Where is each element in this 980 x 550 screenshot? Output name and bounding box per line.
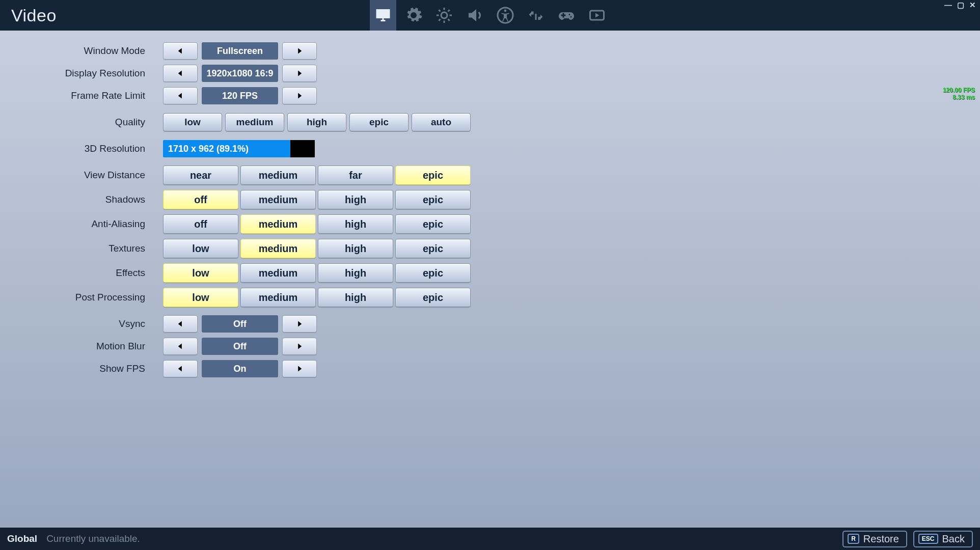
quality-auto[interactable]: auto: [412, 113, 471, 131]
post-processing-high[interactable]: high: [318, 288, 393, 307]
post-processing-low[interactable]: low: [163, 288, 238, 307]
quality-medium[interactable]: medium: [225, 113, 284, 131]
footer: Global Currently unavailable. R Restore …: [0, 528, 980, 550]
brightness-icon: [435, 6, 453, 24]
post-processing-epic[interactable]: epic: [395, 288, 471, 307]
effects-high[interactable]: high: [318, 263, 393, 283]
shadows-high[interactable]: high: [318, 190, 393, 209]
vsync-value: Off: [202, 315, 278, 333]
label-frame-rate-limit: Frame Rate Limit: [0, 90, 155, 101]
shadows-epic[interactable]: epic: [395, 190, 471, 209]
label-view-distance: View Distance: [0, 170, 155, 181]
quality-epic[interactable]: epic: [349, 113, 409, 131]
shadows-off[interactable]: off: [163, 190, 238, 209]
row-motion-blur: Motion Blur Off: [0, 337, 980, 355]
motion-blur-prev[interactable]: [163, 338, 198, 355]
triangle-right-icon: [296, 70, 303, 77]
footer-global: Global: [7, 533, 37, 544]
effects-epic[interactable]: epic: [395, 263, 471, 283]
row-view-distance: View Distance near medium far epic: [0, 165, 980, 185]
quality-high[interactable]: high: [287, 113, 346, 131]
triangle-left-icon: [177, 320, 184, 327]
display-resolution-value: 1920x1080 16:9: [202, 65, 278, 82]
aa-high[interactable]: high: [318, 214, 393, 234]
tab-replay[interactable]: [584, 0, 610, 31]
frame-rate-value: 120 FPS: [202, 87, 278, 104]
row-frame-rate-limit: Frame Rate Limit 120 FPS: [0, 87, 980, 105]
shadows-medium[interactable]: medium: [240, 190, 316, 209]
post-processing-medium[interactable]: medium: [240, 288, 316, 307]
triangle-left-icon: [177, 343, 184, 350]
effects-low[interactable]: low: [163, 263, 238, 283]
window-maximize[interactable]: ▢: [957, 1, 964, 9]
window-close[interactable]: ✕: [969, 1, 976, 9]
tab-settings[interactable]: [400, 0, 427, 31]
label-effects: Effects: [0, 267, 155, 279]
accessibility-icon: [496, 6, 514, 24]
aa-off[interactable]: off: [163, 214, 238, 234]
tab-display[interactable]: [370, 0, 396, 31]
motion-blur-next[interactable]: [282, 338, 317, 355]
label-3d-resolution: 3D Resolution: [0, 143, 155, 154]
restore-button[interactable]: R Restore: [842, 531, 907, 547]
key-esc: ESC: [918, 534, 938, 544]
aa-epic[interactable]: epic: [395, 214, 471, 234]
fps-overlay: 120.00 FPS 8.33 ms: [943, 87, 975, 101]
svg-line-6: [448, 19, 450, 21]
label-vsync: Vsync: [0, 318, 155, 329]
tab-controller[interactable]: [553, 0, 580, 31]
textures-epic[interactable]: epic: [395, 239, 471, 258]
display-resolution-next[interactable]: [282, 65, 317, 82]
monitor-icon: [374, 6, 392, 24]
view-distance-epic[interactable]: epic: [395, 166, 471, 185]
svg-line-7: [439, 19, 440, 21]
back-button[interactable]: ESC Back: [913, 531, 973, 547]
triangle-left-icon: [177, 92, 184, 99]
3d-resolution-slider[interactable]: 1710 x 962 (89.1%): [163, 140, 315, 158]
display-resolution-prev[interactable]: [163, 65, 198, 82]
window-mode-prev[interactable]: [163, 42, 198, 60]
show-fps-prev[interactable]: [163, 360, 198, 377]
tab-accessibility[interactable]: [492, 0, 519, 31]
row-window-mode: Window Mode Fullscreen: [0, 42, 980, 60]
row-anti-aliasing: Anti-Aliasing off medium high epic: [0, 214, 980, 234]
view-distance-near[interactable]: near: [163, 166, 238, 185]
view-distance-medium[interactable]: medium: [240, 166, 316, 185]
row-display-resolution: Display Resolution 1920x1080 16:9: [0, 64, 980, 82]
show-fps-next[interactable]: [282, 360, 317, 377]
row-vsync: Vsync Off: [0, 315, 980, 333]
tab-input[interactable]: [523, 0, 549, 31]
triangle-left-icon: [177, 47, 184, 54]
textures-medium[interactable]: medium: [240, 239, 316, 258]
effects-medium[interactable]: medium: [240, 263, 316, 283]
window-minimize[interactable]: —: [944, 1, 952, 9]
quality-low[interactable]: low: [163, 113, 222, 131]
gear-icon: [404, 6, 423, 24]
label-anti-aliasing: Anti-Aliasing: [0, 218, 155, 230]
triangle-right-icon: [296, 365, 303, 372]
row-quality: Quality low medium high epic auto: [0, 112, 980, 132]
row-effects: Effects low medium high epic: [0, 263, 980, 283]
textures-low[interactable]: low: [163, 239, 238, 258]
tab-audio[interactable]: [461, 0, 488, 31]
textures-high[interactable]: high: [318, 239, 393, 258]
triangle-left-icon: [177, 365, 184, 372]
frame-rate-next[interactable]: [282, 87, 317, 104]
aa-medium[interactable]: medium: [240, 214, 316, 234]
3d-resolution-handle[interactable]: [290, 140, 315, 157]
topbar: Video — ▢ ✕: [0, 0, 980, 31]
view-distance-far[interactable]: far: [318, 166, 393, 185]
label-quality: Quality: [0, 117, 155, 128]
window-mode-next[interactable]: [282, 42, 317, 60]
fps-value: 120.00 FPS: [943, 87, 975, 94]
frame-rate-prev[interactable]: [163, 87, 198, 104]
tab-brightness[interactable]: [431, 0, 457, 31]
vsync-prev[interactable]: [163, 315, 198, 333]
motion-blur-value: Off: [202, 338, 278, 355]
window-controls: — ▢ ✕: [944, 1, 976, 9]
input-icon: [527, 6, 545, 24]
triangle-left-icon: [177, 70, 184, 77]
label-textures: Textures: [0, 243, 155, 254]
main-panel: 120.00 FPS 8.33 ms Window Mode Fullscree…: [0, 31, 980, 528]
vsync-next[interactable]: [282, 315, 317, 333]
